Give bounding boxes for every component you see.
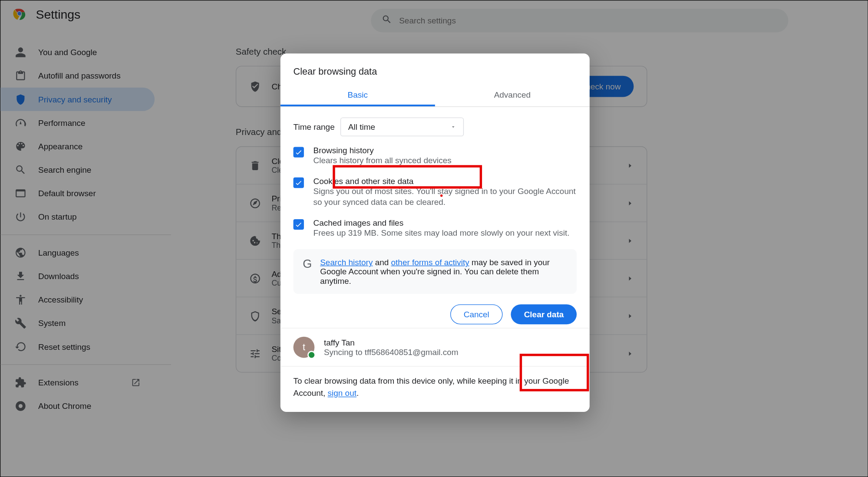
time-range-value: All time	[348, 122, 375, 132]
caret-down-icon	[450, 124, 456, 130]
other-forms-link[interactable]: other forms of activity	[391, 257, 469, 267]
google-g-icon: G	[303, 257, 312, 286]
option-cookies[interactable]: Cookies and other site data Signs you ou…	[281, 171, 590, 213]
checkbox-cookies[interactable]	[294, 177, 304, 188]
google-account-info: G Search history and other forms of acti…	[294, 250, 577, 294]
sign-out-link[interactable]: sign out	[328, 388, 356, 398]
dialog-tabs: Basic Advanced	[281, 83, 590, 107]
sync-badge-icon	[307, 351, 316, 359]
dialog-title: Clear browsing data	[281, 53, 590, 83]
option-cache[interactable]: Cached images and files Frees up 319 MB.…	[281, 213, 590, 243]
cancel-button[interactable]: Cancel	[450, 305, 503, 325]
annotation-dot	[440, 194, 442, 197]
clear-browsing-data-dialog: Clear browsing data Basic Advanced Time …	[281, 53, 590, 412]
option-title: Cookies and other site data	[314, 176, 577, 186]
info-text-mid: and	[373, 257, 391, 267]
checkbox-cache[interactable]	[294, 219, 304, 230]
search-history-link[interactable]: Search history	[320, 257, 373, 267]
time-range-label: Time range	[294, 122, 335, 132]
avatar: t	[294, 337, 315, 358]
clear-data-button[interactable]: Clear data	[511, 305, 577, 325]
profile-sync-text: Syncing to tff568640851@gmail.com	[324, 348, 459, 357]
tab-basic[interactable]: Basic	[281, 83, 435, 106]
option-title: Cached images and files	[314, 218, 570, 227]
checkbox-browsing-history[interactable]	[294, 147, 304, 157]
tab-advanced[interactable]: Advanced	[435, 83, 590, 106]
option-browsing-history[interactable]: Browsing history Clears history from all…	[281, 141, 590, 171]
time-range-select[interactable]: All time	[340, 118, 464, 136]
option-title: Browsing history	[314, 146, 452, 155]
option-desc: Signs you out of most sites. You'll stay…	[314, 185, 577, 208]
option-desc: Frees up 319 MB. Some sites may load mor…	[314, 227, 570, 239]
profile-row: t taffy Tan Syncing to tff568640851@gmai…	[281, 328, 590, 367]
avatar-initial: t	[303, 342, 305, 352]
footer-note: To clear browsing data from this device …	[281, 367, 590, 404]
option-desc: Clears history from all synced devices	[314, 155, 452, 167]
modal-overlay[interactable]: Clear browsing data Basic Advanced Time …	[0, 0, 868, 477]
profile-name: taffy Tan	[324, 338, 459, 348]
